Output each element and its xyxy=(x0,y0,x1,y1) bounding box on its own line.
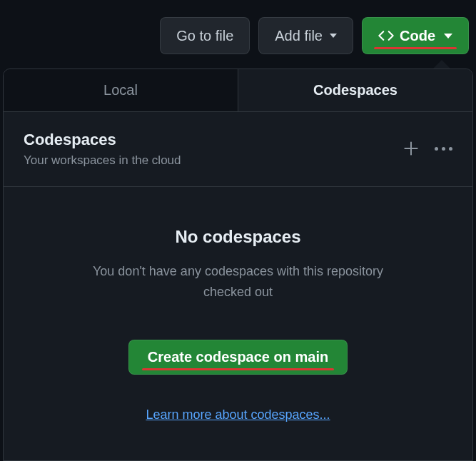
popover-tabs: Local Codespaces xyxy=(4,69,472,112)
panel-subtitle: Your workspaces in the cloud xyxy=(24,153,181,168)
tab-codespaces-label: Codespaces xyxy=(313,82,397,98)
add-file-button[interactable]: Add file xyxy=(258,17,353,54)
panel-title: Codespaces xyxy=(24,131,181,149)
add-file-label: Add file xyxy=(275,28,323,44)
caret-down-icon xyxy=(330,34,337,38)
annotation-underline xyxy=(374,47,457,49)
repo-toolbar: Go to file Add file Code xyxy=(0,0,476,54)
empty-state-title: No codespaces xyxy=(175,227,300,247)
learn-more-link[interactable]: Learn more about codespaces... xyxy=(146,407,330,422)
go-to-file-label: Go to file xyxy=(176,28,233,44)
caret-down-icon xyxy=(444,34,452,39)
panel-body: No codespaces You don't have any codespa… xyxy=(4,187,472,460)
panel-header: Codespaces Your workspaces in the cloud xyxy=(4,112,472,187)
tab-local-label: Local xyxy=(103,82,138,98)
popover-caret xyxy=(433,60,450,69)
create-codespace-label: Create codespace on main xyxy=(148,349,328,365)
panel-header-actions xyxy=(403,131,452,156)
go-to-file-button[interactable]: Go to file xyxy=(160,17,250,54)
kebab-icon[interactable] xyxy=(435,147,452,151)
panel-header-text: Codespaces Your workspaces in the cloud xyxy=(24,131,181,168)
code-button-label: Code xyxy=(400,28,435,44)
plus-icon[interactable] xyxy=(403,141,419,156)
tab-local[interactable]: Local xyxy=(4,69,238,111)
tab-codespaces[interactable]: Codespaces xyxy=(238,69,472,111)
code-button[interactable]: Code xyxy=(362,17,469,54)
empty-state-description: You don't have any codespaces with this … xyxy=(88,261,388,303)
create-codespace-button[interactable]: Create codespace on main xyxy=(128,340,348,375)
code-icon xyxy=(378,28,394,44)
code-popover: Local Codespaces Codespaces Your workspa… xyxy=(3,69,473,461)
annotation-underline xyxy=(142,368,334,370)
